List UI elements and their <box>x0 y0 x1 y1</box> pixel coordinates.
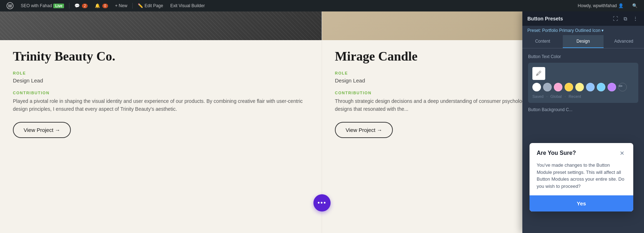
separator <box>69 3 69 9</box>
tab-advanced[interactable]: Advanced <box>604 35 644 48</box>
comments-button[interactable]: 💬 2 <box>72 3 90 8</box>
trinity-view-project-button[interactable]: View Project → <box>13 122 71 138</box>
wp-logo[interactable]: W <box>4 2 16 9</box>
swatch-sky[interactable] <box>597 83 605 91</box>
trinity-role: Design Lead <box>13 77 309 84</box>
swatch-yellow[interactable] <box>575 83 584 91</box>
swatch-white[interactable] <box>532 83 541 91</box>
presets-more-icon[interactable]: ⋮ <box>632 15 639 22</box>
presets-panel-title: Button Presets <box>527 16 563 22</box>
confirm-dialog-body: You've made changes to the Button Module… <box>530 160 633 195</box>
swatch-amber[interactable] <box>565 83 573 91</box>
presets-panel-header: Button Presets ⛶ ⧉ ⋮ <box>522 11 644 26</box>
presets-expand-icon[interactable]: ⛶ <box>612 15 619 22</box>
confirm-dialog: Are You Sure? ✕ You've made changes to t… <box>530 143 633 211</box>
swatch-pink[interactable] <box>554 83 562 91</box>
presets-panel: Button Presets ⛶ ⧉ ⋮ Preset: Portfolio P… <box>522 11 644 233</box>
content-area: Trinity Beauty Co. ROLE Design Lead CONT… <box>0 11 644 233</box>
saved-colors-row: Saved · Global · Recent <box>532 94 634 99</box>
admin-bar-right: Howdy, wpwithfahad 👤 🔍 <box>576 3 640 8</box>
confirm-close-button[interactable]: ✕ <box>618 149 626 157</box>
comment-count: 2 <box>82 4 88 8</box>
trinity-card: Trinity Beauty Co. ROLE Design Lead CONT… <box>0 11 322 233</box>
exit-builder-button[interactable]: Exit Visual Builder <box>168 3 207 8</box>
alerts-button[interactable]: 🔔 0 <box>93 3 110 8</box>
presets-tabs: Content Design Advanced <box>522 35 644 48</box>
color-section-label: Button Text Color <box>528 54 638 59</box>
site-name[interactable]: SEO with Fahad Live <box>19 3 66 8</box>
mirage-view-project-button[interactable]: View Project → <box>335 122 393 138</box>
admin-bar: W SEO with Fahad Live 💬 2 🔔 0 + New ✏️ E… <box>0 0 644 11</box>
tab-design[interactable]: Design <box>563 35 603 48</box>
confirm-yes-button[interactable]: Yes <box>530 195 633 211</box>
presets-subtitle[interactable]: Preset: Portfolio Primary Outlined Icon … <box>522 26 644 35</box>
svg-text:W: W <box>8 4 12 9</box>
background-section-label: Button Background C... <box>528 107 638 112</box>
fab-dots-icon: ••• <box>318 199 327 207</box>
confirm-dialog-header: Are You Sure? ✕ <box>530 143 633 160</box>
separator2 <box>132 3 133 9</box>
swatch-purple[interactable] <box>608 83 616 91</box>
color-preview-icon: 🖉 <box>536 70 542 77</box>
swatch-blue[interactable] <box>586 83 595 91</box>
swatch-gray[interactable] <box>543 83 552 91</box>
presets-header-icons: ⛶ ⧉ ⋮ <box>612 15 639 22</box>
trinity-contribution-label: CONTRIBUTION <box>13 91 309 95</box>
alert-count: 0 <box>102 4 108 8</box>
edit-page-button[interactable]: ✏️ Edit Page <box>136 3 165 8</box>
confirm-dialog-title: Are You Sure? <box>537 150 576 156</box>
fab-button[interactable]: ••• <box>313 194 331 211</box>
user-greeting[interactable]: Howdy, wpwithfahad 👤 <box>576 3 626 8</box>
new-button[interactable]: + New <box>113 3 130 8</box>
trinity-role-label: ROLE <box>13 71 309 75</box>
tab-content[interactable]: Content <box>522 35 563 48</box>
trinity-contribution-text: Played a pivotal role in shaping the vis… <box>13 97 309 113</box>
trinity-card-body: Trinity Beauty Co. ROLE Design Lead CONT… <box>0 40 322 147</box>
live-badge: Live <box>53 4 64 8</box>
trinity-card-image <box>0 11 322 40</box>
pencil-icon[interactable]: ✏ <box>618 83 627 91</box>
color-swatches: ✏ <box>532 83 634 91</box>
color-picker-area: 🖉 ✏ Saved · Global · <box>528 63 638 103</box>
color-preview-box[interactable]: 🖉 <box>532 67 545 80</box>
search-button[interactable]: 🔍 <box>630 3 640 8</box>
presets-split-icon[interactable]: ⧉ <box>622 15 629 22</box>
trinity-card-title: Trinity Beauty Co. <box>13 49 309 64</box>
search-icon: 🔍 <box>632 3 638 8</box>
